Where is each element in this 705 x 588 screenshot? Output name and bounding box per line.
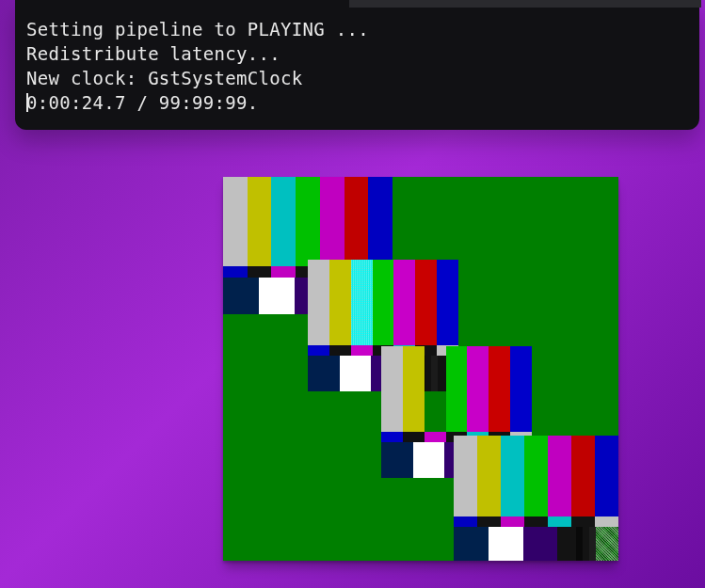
video-output-window[interactable]: [223, 177, 618, 561]
inactive-tab-strip: [349, 0, 701, 8]
terminal-progress-line: 0:00:24.7 / 99:99:99.: [26, 90, 688, 115]
test-pattern: [454, 436, 618, 561]
terminal-line-text: 0:00:24.7 / 99:99:99.: [26, 92, 259, 113]
terminal-line: New clock: GstSystemClock: [26, 66, 688, 90]
terminal-line: Redistribute latency...: [26, 41, 688, 66]
terminal-window[interactable]: Setting pipeline to PLAYING ... Redistri…: [15, 0, 699, 130]
terminal-line: Setting pipeline to PLAYING ...: [26, 17, 688, 41]
